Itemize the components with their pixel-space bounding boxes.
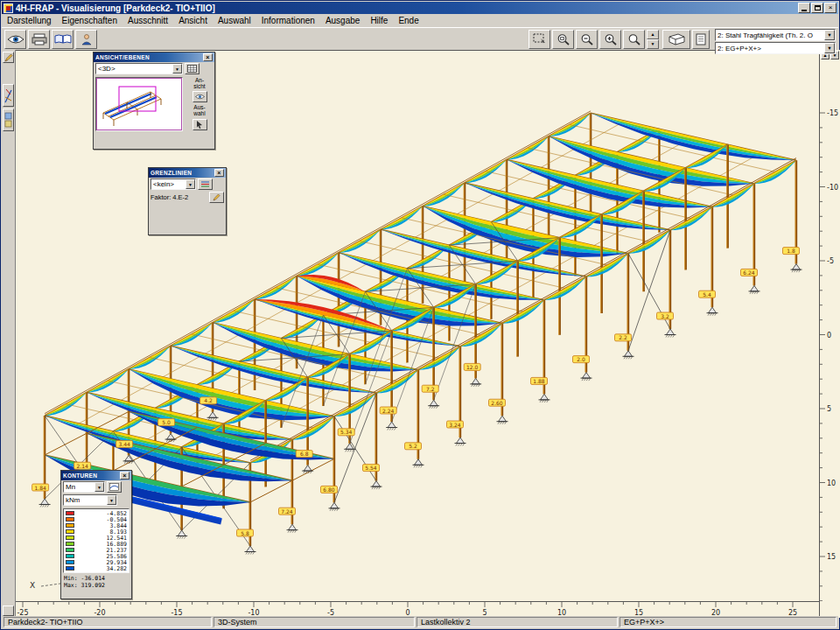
- grenzlinien-options-button[interactable]: [198, 178, 213, 190]
- auswahl-label: Aus-wahl: [193, 104, 205, 116]
- auswahl-button[interactable]: [192, 119, 207, 130]
- konturen-unit-combo[interactable]: kNm ▼: [63, 494, 117, 506]
- pencil-icon: [213, 193, 220, 201]
- grenzlinien-titlebar[interactable]: GRENZLINIEN ×: [149, 168, 226, 178]
- person-icon: [80, 33, 93, 46]
- view-palette-title: ANSICHT/EBENEN: [95, 54, 150, 60]
- svg-text:-5: -5: [827, 257, 834, 265]
- svg-text:5.8: 5.8: [241, 530, 249, 536]
- legend-color-swatch: [66, 542, 74, 547]
- left-tool-strip: [2, 50, 16, 618]
- minimize-icon: [802, 10, 807, 11]
- status-panel-2: Lastkollektiv 2: [416, 617, 618, 627]
- view-mode-combo[interactable]: <3D> ▼: [95, 63, 183, 74]
- factor-value: 4.E-2: [172, 193, 188, 201]
- chevron-down-icon[interactable]: ▼: [824, 43, 835, 53]
- pointer-icon: [195, 120, 204, 129]
- chevron-down-icon[interactable]: ▼: [186, 179, 195, 189]
- status-panel-0: Parkdeck2- TIO+TIIO: [4, 617, 212, 627]
- view-palette[interactable]: ANSICHT/EBENEN × <3D> ▼: [93, 52, 215, 150]
- lines-icon: [200, 180, 210, 188]
- vertical-ruler-scale: -15-10-5051015: [820, 50, 840, 601]
- menu-hilfe[interactable]: Hilfe: [365, 15, 393, 26]
- close-button[interactable]: ×: [824, 3, 836, 13]
- app-window: 4H-FRAP - Visualisierung [Parkdeck2- TIO…: [0, 0, 840, 630]
- svg-text:5.2: 5.2: [409, 443, 417, 449]
- zoom-full-button[interactable]: [623, 30, 645, 49]
- zoom-window-button[interactable]: [552, 30, 574, 49]
- menu-ausgabe[interactable]: Ausgabe: [320, 15, 365, 26]
- menu-auswahl[interactable]: Auswahl: [213, 15, 256, 26]
- cube-3d-icon: [666, 32, 687, 46]
- svg-text:1.8: 1.8: [787, 248, 795, 254]
- mini-structure-icon: [4, 87, 12, 104]
- perspective-3d-button[interactable]: [662, 30, 690, 49]
- konturen-close[interactable]: ×: [120, 472, 130, 480]
- chevron-down-icon[interactable]: ▼: [94, 482, 104, 492]
- konturen-unit-value: kNm: [66, 496, 80, 504]
- info-user-button[interactable]: [75, 30, 97, 49]
- load-combination-combo[interactable]: 2: EG+P+X+> ▼: [715, 42, 836, 54]
- view-palette-titlebar[interactable]: ANSICHT/EBENEN ×: [94, 52, 214, 62]
- strip-bottom-button[interactable]: [3, 606, 14, 616]
- window-select-button[interactable]: [528, 30, 550, 49]
- svg-text:-15: -15: [827, 109, 838, 117]
- legend-color-swatch: [66, 560, 74, 565]
- zoom-out-button[interactable]: [576, 30, 598, 49]
- print-button[interactable]: [28, 30, 50, 49]
- legend-color-swatch: [66, 566, 74, 571]
- chevron-down-icon[interactable]: ▼: [172, 64, 182, 74]
- planes-grid-button[interactable]: [185, 63, 200, 74]
- view-palette-close[interactable]: ×: [203, 53, 213, 61]
- konturen-palette[interactable]: KONTUREN × Mn ▼ kNm ▼ -4.852-0.5043.8448…: [60, 470, 132, 599]
- mini-view-button-2[interactable]: [3, 108, 14, 131]
- grid-icon: [187, 65, 197, 73]
- svg-text:4.2: 4.2: [204, 397, 213, 403]
- konturen-options-button[interactable]: [107, 481, 122, 493]
- step-up-button[interactable]: ▲: [647, 30, 659, 39]
- svg-text:1.88: 1.88: [533, 378, 545, 384]
- menu-eigenschaften[interactable]: Eigenschaften: [57, 15, 122, 26]
- menu-ausschnitt[interactable]: Ausschnitt: [122, 15, 173, 26]
- view-preview[interactable]: [95, 77, 183, 131]
- konturen-title: KONTUREN: [63, 472, 97, 479]
- book-icon: [54, 33, 72, 46]
- maximize-button[interactable]: [811, 3, 823, 13]
- svg-text:X: X: [30, 581, 35, 590]
- konturen-titlebar[interactable]: KONTUREN ×: [61, 471, 131, 480]
- chevron-down-icon[interactable]: ▼: [107, 495, 116, 505]
- svg-text:6.80: 6.80: [323, 486, 335, 493]
- menu-informationen[interactable]: Informationen: [256, 15, 320, 26]
- svg-text:6.24: 6.24: [743, 270, 755, 276]
- svg-text:2.24: 2.24: [382, 408, 395, 414]
- menu-ende[interactable]: Ende: [393, 15, 424, 26]
- page-output-button[interactable]: [692, 30, 710, 49]
- legend-color-swatch: [66, 517, 74, 522]
- ansicht-button[interactable]: [192, 91, 207, 102]
- loadcase-combos: 2: Stahl Tragfähigkeit (Th. 2. O ▼ 2: EG…: [715, 29, 836, 54]
- grenzlinien-close[interactable]: ×: [214, 169, 224, 177]
- konturen-result-combo[interactable]: Mn ▼: [63, 481, 105, 493]
- grenzlinien-palette[interactable]: GRENZLINIEN × <kein> ▼ Faktor: 4.E-2: [148, 167, 227, 235]
- minimize-button[interactable]: [798, 3, 810, 13]
- svg-text:2.0: 2.0: [577, 356, 585, 362]
- mini-view-button-1[interactable]: [3, 84, 14, 107]
- app-icon: [4, 4, 13, 13]
- view-settings-button[interactable]: [4, 30, 26, 49]
- menu-darstellung[interactable]: Darstellung: [2, 15, 57, 26]
- svg-text:2.60: 2.60: [491, 400, 503, 406]
- grenzlinien-combo[interactable]: <kein> ▼: [150, 178, 196, 190]
- zoom-window-icon: [556, 33, 570, 46]
- svg-text:5.54: 5.54: [365, 465, 377, 471]
- design-case-combo[interactable]: 2: Stahl Tragfähigkeit (Th. 2. O ▼: [715, 29, 836, 41]
- step-down-button[interactable]: ▼: [647, 39, 659, 49]
- menu-ansicht[interactable]: Ansicht: [173, 15, 213, 26]
- title-bar[interactable]: 4H-FRAP - Visualisierung [Parkdeck2- TIO…: [2, 2, 838, 14]
- zoom-in-button[interactable]: [599, 30, 621, 49]
- svg-text:1.84: 1.84: [34, 485, 46, 491]
- factor-edit-button[interactable]: [209, 192, 224, 203]
- chevron-down-icon[interactable]: ▼: [824, 30, 835, 40]
- eye-icon: [7, 33, 24, 46]
- report-book-button[interactable]: [52, 30, 74, 49]
- edit-pencil-button[interactable]: [3, 52, 14, 63]
